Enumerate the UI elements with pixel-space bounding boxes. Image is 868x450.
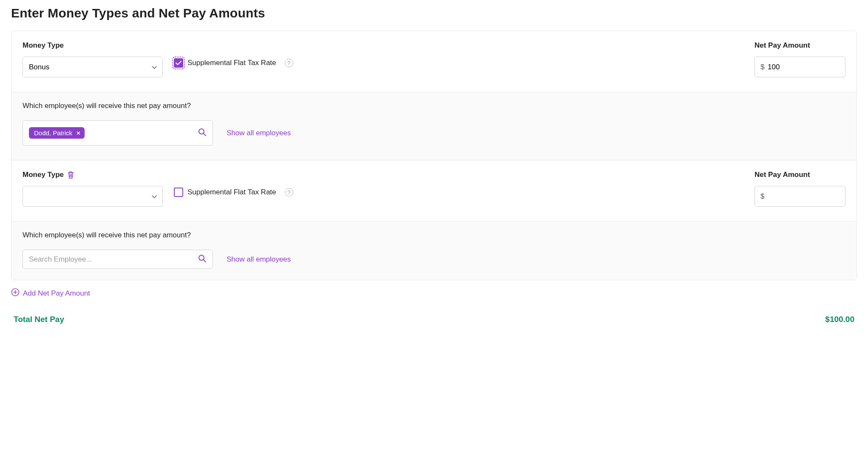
- net-pay-input-wrap: $: [755, 57, 845, 77]
- employee-row: Show all employees: [23, 250, 845, 269]
- net-pay-input[interactable]: [755, 57, 845, 77]
- money-type-select[interactable]: [23, 186, 163, 207]
- svg-line-3: [204, 260, 206, 262]
- block-top-row: Money Type Supplemental Flat Tax Rate ? …: [11, 31, 857, 92]
- help-icon[interactable]: ?: [285, 188, 293, 197]
- supplemental-label: Supplemental Flat Tax Rate: [187, 188, 276, 197]
- total-amount: $100.00: [825, 315, 854, 324]
- show-all-employees-link[interactable]: Show all employees: [227, 255, 291, 264]
- employee-tag: Dodd, Patrick ×: [29, 127, 85, 139]
- employee-search-input[interactable]: [88, 129, 195, 137]
- net-pay-input[interactable]: [755, 186, 845, 207]
- employee-section: Which employee(s) will receive this net …: [11, 92, 857, 160]
- employee-section: Which employee(s) will receive this net …: [11, 221, 857, 280]
- currency-prefix: $: [760, 63, 764, 71]
- net-pay-input-wrap: $: [755, 186, 845, 207]
- supplemental-checkbox[interactable]: [174, 58, 183, 68]
- add-net-pay-button[interactable]: Add Net Pay Amount: [11, 288, 857, 299]
- employee-row: Dodd, Patrick × Show all employees: [23, 120, 845, 145]
- net-pay-group: Net Pay Amount $: [755, 171, 845, 207]
- total-row: Total Net Pay $100.00: [11, 315, 857, 324]
- help-icon[interactable]: ?: [285, 59, 293, 67]
- net-pay-label: Net Pay Amount: [755, 171, 845, 179]
- employee-search-input[interactable]: [29, 255, 195, 264]
- currency-prefix: $: [760, 192, 764, 201]
- money-type-label-text: Money Type: [23, 41, 64, 50]
- show-all-employees-link[interactable]: Show all employees: [227, 129, 291, 137]
- net-pay-label: Net Pay Amount: [755, 41, 845, 50]
- remove-tag-icon[interactable]: ×: [77, 129, 80, 137]
- net-pay-group: Net Pay Amount $: [755, 41, 845, 77]
- total-label: Total Net Pay: [14, 315, 64, 324]
- trash-icon[interactable]: [67, 171, 74, 179]
- employee-question: Which employee(s) will receive this net …: [23, 231, 845, 239]
- svg-point-0: [199, 129, 204, 134]
- page-title: Enter Money Types and Net Pay Amounts: [11, 6, 857, 20]
- money-type-select-wrap: [23, 57, 163, 77]
- employee-tag-name: Dodd, Patrick: [34, 129, 72, 137]
- money-type-group: Money Type: [23, 41, 163, 77]
- money-type-label: Money Type: [23, 41, 163, 50]
- supplemental-checkbox-row: Supplemental Flat Tax Rate ?: [174, 58, 293, 68]
- employee-search[interactable]: [23, 250, 213, 269]
- money-type-label-text: Money Type: [23, 171, 64, 179]
- money-type-select[interactable]: [23, 57, 163, 77]
- svg-point-2: [199, 255, 204, 260]
- employee-search[interactable]: Dodd, Patrick ×: [23, 120, 213, 145]
- svg-line-1: [204, 134, 206, 136]
- supplemental-checkbox[interactable]: [174, 188, 183, 197]
- supplemental-checkbox-row: Supplemental Flat Tax Rate ?: [174, 188, 293, 197]
- employee-question: Which employee(s) will receive this net …: [23, 102, 845, 110]
- search-icon[interactable]: [198, 128, 207, 138]
- money-type-group: Money Type: [23, 171, 163, 207]
- add-net-pay-label: Add Net Pay Amount: [23, 289, 90, 298]
- money-type-label: Money Type: [23, 171, 163, 179]
- money-type-select-wrap: [23, 186, 163, 207]
- search-icon[interactable]: [198, 254, 207, 265]
- supplemental-label: Supplemental Flat Tax Rate: [187, 59, 276, 67]
- plus-circle-icon: [11, 288, 20, 299]
- block-top-row: Money Type Supplemental Flat Tax Rate ? …: [11, 160, 857, 221]
- net-pay-block: Money Type Supplemental Flat Tax Rate ? …: [11, 31, 857, 280]
